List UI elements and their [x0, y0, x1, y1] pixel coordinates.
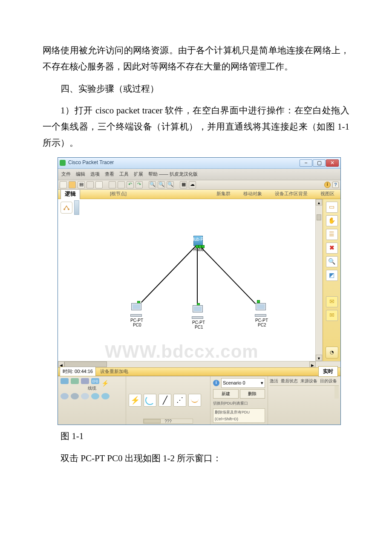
root-node-label[interactable]: [根节点] — [110, 190, 127, 198]
menu-help[interactable]: 帮助 —— 扒皮龙汉化版 — [148, 170, 198, 179]
minimize-button[interactable]: − — [300, 159, 312, 167]
col-fire: 激活 — [270, 377, 278, 385]
device-pc2[interactable] — [254, 303, 268, 317]
resize-shape-tool-icon[interactable]: ◩ — [326, 270, 338, 281]
crossover-cable-icon[interactable]: ⋰ — [173, 394, 186, 407]
menu-ext[interactable]: 扩展 — [134, 170, 143, 179]
device-label-unknown: ??? — [164, 418, 172, 425]
menu-edit[interactable]: 编辑 — [76, 170, 85, 179]
routers-category-icon[interactable] — [61, 378, 69, 384]
port-pc2 — [257, 300, 260, 303]
viewport-button[interactable]: 视图区 — [318, 190, 337, 198]
pc0-label-name: PC0 — [133, 321, 141, 329]
hub-label-name: Hub0 — [193, 246, 204, 254]
undo-icon[interactable]: ↶ — [127, 181, 134, 188]
end-devices-category-icon[interactable] — [61, 393, 69, 399]
hub-label-type: Hub-PT — [191, 236, 206, 243]
wan-category-icon[interactable] — [81, 393, 89, 399]
drawing-palette-icon[interactable]: ▦ — [180, 181, 187, 188]
section-heading-4: 四、实验步骤（或过程） — [43, 81, 349, 97]
custom-devices-icon[interactable]: ☁ — [189, 181, 196, 188]
sim-time-display: 时间: 00:44:16 — [60, 367, 96, 377]
realtime-tab[interactable]: 实时 — [318, 366, 338, 377]
hubs-category-icon[interactable] — [81, 378, 89, 384]
simulation-clock-icon[interactable]: ◔ — [326, 347, 338, 358]
logical-tab[interactable]: 逻辑 — [61, 188, 80, 199]
scenario-select[interactable]: Scenario 0 ▾ — [221, 378, 265, 388]
canvas-horizontal-scrollbar[interactable]: ◀ ▶ — [58, 361, 340, 367]
zoom-in-icon[interactable]: 🔍 — [149, 181, 156, 188]
add-complex-pdu-icon[interactable]: ✉ — [326, 310, 338, 321]
move-object-button[interactable]: 移动对象 — [241, 190, 265, 198]
topology-canvas[interactable]: WWW.bdccx.com Hub-PT Hub0 PC-PT PC0 PC-P… — [58, 199, 316, 361]
select-tool-icon[interactable]: ▭ — [326, 202, 338, 213]
zoom-reset-icon[interactable]: 🔍 — [158, 181, 165, 188]
switches-category-icon[interactable] — [71, 378, 79, 384]
right-tool-palette: ▭ ✋ ☰ ✖ 🔍 ◩ ✉ ✉ ◔ — [323, 199, 340, 361]
time-bar: 时间: 00:44:16 设备重新加电 实时 — [58, 367, 340, 376]
scroll-right-icon[interactable]: ▶ — [309, 361, 316, 367]
toggle-pdu-list-button[interactable]: 切换到PDU列表窗口 — [213, 400, 248, 407]
maximize-button[interactable]: ▢ — [313, 159, 326, 167]
close-button[interactable]: ✕ — [326, 159, 339, 167]
dropdown-arrow-icon: ▾ — [261, 379, 263, 387]
app-logo-icon — [60, 160, 66, 166]
scroll-thumb[interactable] — [317, 214, 321, 220]
help-question-icon[interactable]: ? — [332, 182, 339, 188]
device-pc1[interactable] — [191, 305, 205, 319]
wizard-icon[interactable] — [95, 181, 103, 188]
menu-tools[interactable]: 工具 — [119, 170, 129, 179]
paragraph-context: 网络使用被允许访问的网络资源。由于各个计算机只是简单地连接在网络上，不存在核心服… — [43, 43, 349, 75]
wireless-category-icon[interactable]: ((•)) — [91, 378, 99, 384]
scenario-name: Scenario 0 — [223, 379, 245, 387]
event-table-scroll[interactable] — [270, 386, 339, 399]
print-icon[interactable] — [86, 181, 94, 188]
paste-icon[interactable] — [118, 181, 125, 188]
save-icon[interactable]: ▤ — [78, 181, 85, 188]
icon-toolbar: ▤ ↶ ↷ 🔍 🔍 🔍 ▦ ☁ i ? — [58, 180, 340, 190]
scroll-down-icon[interactable]: ▼ — [316, 355, 322, 361]
canvas-zoom-slider[interactable] — [74, 200, 79, 215]
console-cable-icon[interactable] — [144, 394, 156, 407]
menu-file[interactable]: 文件 — [61, 170, 71, 179]
menu-bar: 文件 编辑 选项 查看 工具 扩展 帮助 —— 扒皮龙汉化版 — [58, 169, 340, 180]
cable-hub-pc2 — [199, 245, 256, 304]
workspace-bg-button[interactable]: 设备工作区背景 — [272, 190, 310, 198]
add-simple-pdu-icon[interactable]: ✉ — [326, 296, 338, 307]
delete-scenario-hint: 删除场景及所有PDU (Ctrl+Shift+D) — [213, 408, 265, 423]
device-pc0[interactable] — [130, 303, 143, 317]
connections-category-icon[interactable]: ⚡ — [101, 378, 110, 384]
new-cluster-button[interactable]: 新集群 — [214, 190, 233, 198]
inspect-tool-icon[interactable]: 🔍 — [326, 256, 338, 267]
straight-cable-icon[interactable]: ╱ — [159, 394, 171, 407]
navigation-map-icon[interactable] — [61, 202, 72, 214]
workspace-mode-bar: 逻辑 [根节点] 新集群 移动对象 设备工作区背景 视图区 — [58, 190, 340, 199]
fiber-cable-icon[interactable] — [188, 394, 201, 407]
delete-tool-icon[interactable]: ✖ — [326, 243, 338, 254]
multiuser-category-icon[interactable] — [101, 393, 110, 399]
pc2-label-name: PC2 — [258, 321, 266, 329]
hscroll-thumb[interactable] — [64, 361, 107, 367]
menu-options[interactable]: 选项 — [90, 170, 100, 179]
cable-hub-pc0 — [141, 244, 197, 303]
menu-view[interactable]: 查看 — [105, 170, 114, 179]
info-i-icon[interactable]: i — [324, 182, 331, 188]
scenario-delete-button[interactable]: 删除 — [240, 389, 265, 399]
power-cycle-button[interactable]: 设备重新加电 — [100, 367, 128, 376]
connection-type-pool: ⚡ ╱ ⋰ ??? — [126, 376, 210, 425]
zoom-out-icon[interactable]: 🔍 — [167, 181, 174, 188]
scenario-new-button[interactable]: 新建 — [213, 389, 239, 399]
move-layout-tool-icon[interactable]: ✋ — [326, 215, 338, 226]
custom-category-icon[interactable] — [91, 393, 99, 399]
workspace-row: WWW.bdccx.com Hub-PT Hub0 PC-PT PC0 PC-P… — [58, 199, 340, 361]
security-category-icon[interactable] — [71, 393, 79, 399]
auto-cable-icon[interactable]: ⚡ — [129, 394, 141, 407]
canvas-vertical-scrollbar[interactable]: ▲ ▼ — [316, 199, 323, 361]
redo-icon[interactable]: ↷ — [135, 181, 143, 188]
new-file-icon[interactable] — [60, 181, 67, 188]
scenario-info-icon[interactable]: i — [213, 380, 219, 386]
copy-icon[interactable] — [109, 181, 116, 188]
place-note-tool-icon[interactable]: ☰ — [326, 229, 338, 240]
open-file-icon[interactable] — [69, 181, 76, 188]
scroll-up-icon[interactable]: ▲ — [316, 199, 322, 205]
